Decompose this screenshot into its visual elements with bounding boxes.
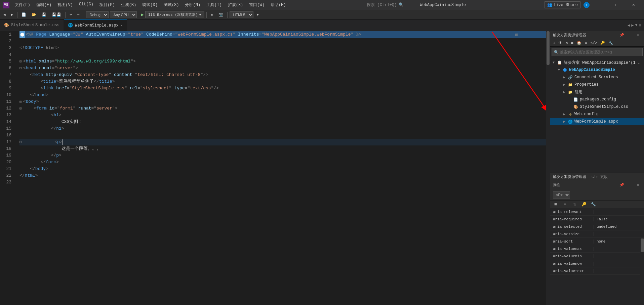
- prop-row-aria-relevant: aria-relevant: [550, 208, 644, 216]
- expand-button[interactable]: ⊞: [515, 31, 518, 38]
- tab-dropdown[interactable]: ▼: [635, 23, 638, 28]
- menu-extensions[interactable]: 扩展(X): [225, 1, 246, 9]
- menu-edit[interactable]: 编辑(E): [34, 1, 54, 9]
- webconfig-expand[interactable]: ▶: [562, 112, 566, 116]
- tab-scroll-right[interactable]: ▶: [631, 23, 634, 28]
- se-show-all[interactable]: 👁: [557, 40, 564, 46]
- toolbar-open[interactable]: 📂: [30, 12, 38, 17]
- close-button[interactable]: ✕: [626, 0, 641, 10]
- code-area[interactable]: ⬤ <%@ Page Language="C#" AutoEventWireup…: [17, 31, 550, 305]
- props-alpha-sort[interactable]: ⇅: [570, 202, 578, 207]
- menu-debug[interactable]: 调试(D): [139, 1, 160, 9]
- props-close[interactable]: ✕: [635, 183, 641, 187]
- props-panel-actions: 📌 — ✕: [618, 183, 641, 187]
- run-button[interactable]: ▶: [141, 12, 144, 17]
- live-share-button[interactable]: 👥 Live Share: [544, 1, 581, 8]
- se-properties[interactable]: 🔑: [599, 40, 606, 46]
- menu-window[interactable]: 窗口(W): [246, 1, 267, 9]
- tab-git-changes[interactable]: Git 更改: [590, 174, 609, 180]
- panel-minimize[interactable]: —: [627, 33, 633, 37]
- debug-mode-select[interactable]: Debug: [86, 11, 109, 18]
- menu-help[interactable]: 帮助(H): [268, 1, 289, 9]
- toolbar-undo[interactable]: ↩: [68, 12, 74, 17]
- props-minimize[interactable]: —: [627, 183, 633, 187]
- tab-scroll-left[interactable]: ◀: [628, 23, 630, 28]
- props-key-icon[interactable]: 🔑: [580, 202, 588, 207]
- prop-name-aria-selected: aria-selected: [550, 225, 594, 229]
- main-layout: 1 2 3 4 5 6 7 8 9 10 11 12 13 14 15 16 1…: [0, 31, 644, 305]
- maximize-button[interactable]: □: [609, 0, 625, 10]
- html-version-select[interactable]: HTML5: [230, 11, 253, 18]
- tree-item-references[interactable]: ▶ 📁 引用: [550, 88, 644, 96]
- menu-file[interactable]: 文件(F): [12, 1, 33, 9]
- se-home[interactable]: 🏠: [575, 40, 583, 46]
- toolbar-more[interactable]: ▼: [255, 12, 261, 17]
- se-collapse[interactable]: ⊟: [552, 40, 557, 46]
- window-controls: — □ ✕: [592, 0, 641, 10]
- connected-expand[interactable]: ▶: [562, 75, 566, 79]
- se-gear[interactable]: 🔧: [607, 40, 614, 46]
- toolbar-new[interactable]: 📄: [19, 12, 28, 17]
- refresh-button[interactable]: ↻: [209, 12, 215, 17]
- props-pin[interactable]: 📌: [618, 183, 625, 187]
- se-refresh[interactable]: ↻: [564, 40, 569, 46]
- tree-item-aspx[interactable]: ▶ 🌐 WebFormSimple.aspx: [550, 118, 644, 125]
- solution-label: 解决方案'WebAppCainiaoSimple'(1 个项目/共 1 个: [564, 60, 643, 66]
- tab-close-button[interactable]: ✕: [121, 24, 123, 28]
- tree-item-packages[interactable]: ▶ 📄 packages.config: [550, 96, 644, 103]
- menu-view[interactable]: 视图(V): [55, 1, 76, 9]
- search-placeholder: 搜索 (Ctrl+Q): [367, 2, 397, 8]
- tree-item-webconfig[interactable]: ▶ ⚙ Web.config: [550, 111, 644, 118]
- panel-actions: 📌 — ✕: [618, 33, 641, 37]
- split-editor[interactable]: ⊞: [639, 23, 641, 28]
- menu-git[interactable]: Git(G): [76, 1, 96, 9]
- pin-button[interactable]: 📌: [618, 33, 625, 37]
- references-expand[interactable]: ▶: [562, 90, 566, 94]
- props-wrench-icon[interactable]: 🔧: [589, 202, 597, 207]
- tab-solution-explorer[interactable]: 解决方案资源管理器: [552, 174, 588, 180]
- toolbar-save[interactable]: 💾: [40, 12, 48, 17]
- camera-button[interactable]: 📷: [216, 12, 225, 17]
- menu-analyze[interactable]: 分析(N): [182, 1, 203, 9]
- toolbar-back[interactable]: ◀: [1, 12, 8, 17]
- menu-project[interactable]: 项目(P): [97, 1, 118, 9]
- menu-build[interactable]: 生成(B): [118, 1, 139, 9]
- props-scrollbar[interactable]: [640, 238, 644, 305]
- tree-item-css[interactable]: ▶ 🎨 StyleSheetSimple.css: [550, 103, 644, 111]
- tree-item-connected-services[interactable]: ▶ 🔗 Connected Services: [550, 74, 644, 81]
- props-list-view[interactable]: ≡: [561, 202, 569, 207]
- code-line-3: <!DOCTYPE html>: [19, 45, 550, 51]
- iis-express-button[interactable]: IIS Express (双核浏览器) ▼: [145, 11, 204, 18]
- panel-close[interactable]: ✕: [635, 33, 641, 37]
- aspx-expand[interactable]: ▶: [562, 120, 566, 124]
- tab-stylesheet[interactable]: 🎨 StyleSheetSimple.css: [0, 19, 64, 31]
- minimize-button[interactable]: —: [592, 0, 608, 10]
- vertical-scrollbar[interactable]: [546, 31, 550, 305]
- se-sync[interactable]: ⇄: [570, 40, 575, 46]
- line-num-21: 21: [0, 166, 14, 172]
- menu-test[interactable]: 测试(S): [161, 1, 182, 9]
- solution-search-input[interactable]: [560, 50, 640, 54]
- properties-expand[interactable]: ▶: [562, 83, 566, 87]
- se-code[interactable]: </>: [589, 40, 599, 46]
- props-grid-view[interactable]: ⊞: [552, 202, 560, 207]
- tree-item-solution[interactable]: ▼ 📋 解决方案'WebAppCainiaoSimple'(1 个项目/共 1 …: [550, 59, 644, 66]
- toolbar-forward[interactable]: ▶: [9, 12, 15, 17]
- solution-expand[interactable]: ▼: [552, 61, 556, 64]
- toolbar-save-all[interactable]: 💾💾: [50, 12, 63, 17]
- cpu-target-select[interactable]: Any CPU: [110, 11, 137, 18]
- tree-item-project[interactable]: ▼ 🔷 WebAppCainiaoSimple: [550, 66, 644, 74]
- props-scroll-thumb[interactable]: [641, 238, 644, 252]
- tab-webform[interactable]: 🌐 WebFormSimple.aspx ✕: [64, 19, 127, 31]
- se-settings[interactable]: ⚙: [583, 40, 589, 46]
- scroll-thumb[interactable]: [547, 31, 550, 65]
- webconfig-icon: ⚙: [568, 112, 573, 117]
- solution-explorer-header: 解决方案资源管理器 📌 — ✕: [550, 31, 644, 39]
- menu-tools[interactable]: 工具(T): [204, 1, 225, 9]
- line-num-7: 7: [0, 72, 14, 78]
- tree-item-properties[interactable]: ▶ 📁 Properties: [550, 81, 644, 88]
- tab-bar: 🎨 StyleSheetSimple.css 🌐 WebFormSimple.a…: [0, 19, 644, 31]
- project-expand[interactable]: ▼: [557, 68, 561, 72]
- properties-element-selector[interactable]: <P>: [553, 191, 570, 199]
- toolbar-redo[interactable]: ↪: [75, 12, 82, 17]
